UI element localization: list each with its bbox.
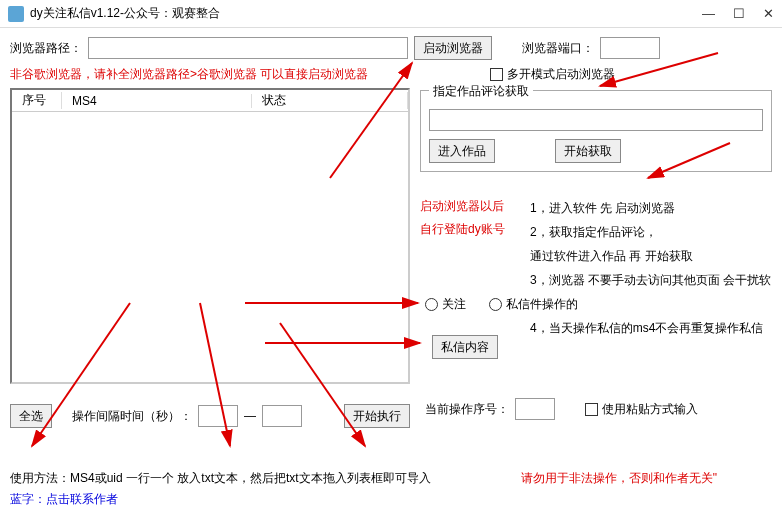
group-title: 指定作品评论获取: [429, 83, 533, 100]
radio-follow[interactable]: 关注: [425, 296, 466, 313]
start-browser-button[interactable]: 启动浏览器: [414, 36, 492, 60]
minimize-button[interactable]: —: [702, 6, 715, 21]
current-seq-label: 当前操作序号：: [425, 401, 509, 418]
instr-2b: 通过软件进入作品 再 开始获取: [530, 244, 772, 268]
titlebar: dy关注私信v1.12-公众号：观赛整合 — ☐ ✕: [0, 0, 782, 28]
instr-2: 2，获取指定作品评论，: [530, 220, 772, 244]
browser-port-input[interactable]: [600, 37, 660, 59]
col-seq: 序号: [12, 92, 62, 109]
multi-open-label: 多开模式启动浏览器: [507, 66, 615, 83]
non-chrome-note: 非谷歌浏览器，请补全浏览器路径>谷歌浏览器 可以直接启动浏览器: [10, 66, 410, 84]
window-title: dy关注私信v1.12-公众号：观赛整合: [30, 5, 702, 22]
after-start-note2: 自行登陆dy账号: [420, 221, 530, 238]
instructions: 1，进入软件 先 启动浏览器 2，获取指定作品评论， 通过软件进入作品 再 开始…: [530, 196, 772, 340]
col-ms4: MS4: [62, 94, 252, 108]
work-url-input[interactable]: [429, 109, 763, 131]
radio-dm[interactable]: 私信: [489, 296, 530, 313]
interval-to-input[interactable]: [262, 405, 302, 427]
start-exec-button[interactable]: 开始执行: [344, 404, 410, 428]
interval-from-input[interactable]: [198, 405, 238, 427]
dash: —: [244, 409, 256, 423]
col-status: 状态: [252, 92, 408, 109]
after-start-note1: 启动浏览器以后: [420, 198, 530, 215]
multi-open-checkbox[interactable]: 多开模式启动浏览器: [490, 66, 615, 83]
instr-4: 4，当天操作私信的ms4不会再重复操作私信: [530, 316, 772, 340]
warning-note: 请勿用于非法操作，否则和作者无关": [521, 470, 717, 487]
start-get-button[interactable]: 开始获取: [555, 139, 621, 163]
instr-1: 1，进入软件 先 启动浏览器: [530, 196, 772, 220]
paste-checkbox[interactable]: 使用粘贴方式输入: [585, 401, 698, 418]
data-table[interactable]: 序号 MS4 状态: [10, 88, 410, 384]
radio-icon: [425, 298, 438, 311]
enter-work-button[interactable]: 进入作品: [429, 139, 495, 163]
usage-note: 使用方法：MS4或uid 一行一个 放入txt文本，然后把txt文本拖入列表框即…: [10, 470, 431, 487]
checkbox-icon: [585, 403, 598, 416]
close-button[interactable]: ✕: [763, 6, 774, 21]
browser-port-label: 浏览器端口：: [522, 40, 594, 57]
app-icon: [8, 6, 24, 22]
dm-content-button[interactable]: 私信内容: [432, 335, 498, 359]
maximize-button[interactable]: ☐: [733, 6, 745, 21]
browser-path-label: 浏览器路径：: [10, 40, 82, 57]
current-seq-input[interactable]: [515, 398, 555, 420]
instr-3: 3，浏览器 不要手动去访问其他页面 会干扰软件操作的: [530, 268, 772, 316]
checkbox-icon: [490, 68, 503, 81]
radio-icon: [489, 298, 502, 311]
table-header: 序号 MS4 状态: [12, 90, 408, 112]
select-all-button[interactable]: 全选: [10, 404, 52, 428]
contact-link[interactable]: 蓝字：点击联系作者: [10, 491, 772, 508]
interval-label: 操作间隔时间（秒）：: [72, 408, 192, 425]
comment-group: 指定作品评论获取 进入作品 开始获取: [420, 90, 772, 172]
browser-path-input[interactable]: [88, 37, 408, 59]
